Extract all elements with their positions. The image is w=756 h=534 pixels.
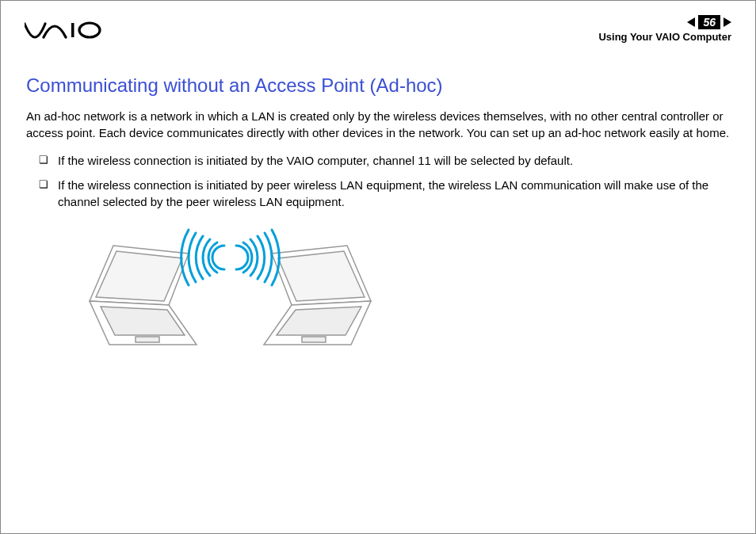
bullet-list: If the wireless connection is initiated … [26,152,730,210]
breadcrumb: Using Your VAIO Computer [598,31,731,43]
page-content: Communicating without an Access Point (A… [25,74,731,364]
page-navigation: 56 [598,15,731,29]
wireless-waves-right-icon [236,230,279,285]
vaio-logo [25,21,104,42]
list-item: If the wireless connection is initiated … [39,152,730,169]
svg-rect-3 [302,337,326,342]
page-header: 56 Using Your VAIO Computer [25,15,731,43]
prev-page-arrow-icon[interactable] [687,17,695,27]
adhoc-illustration [66,226,730,364]
intro-paragraph: An ad-hoc network is a network in which … [26,108,730,141]
svg-rect-2 [136,337,159,342]
header-right: 56 Using Your VAIO Computer [598,15,731,43]
svg-rect-0 [71,23,74,37]
wireless-waves-left-icon [181,230,224,285]
page-number: 56 [698,15,720,29]
next-page-arrow-icon[interactable] [724,17,731,27]
section-title: Communicating without an Access Point (A… [26,74,730,97]
document-page: 56 Using Your VAIO Computer Communicatin… [0,0,756,534]
list-item: If the wireless connection is initiated … [39,177,730,210]
svg-point-1 [79,23,100,37]
